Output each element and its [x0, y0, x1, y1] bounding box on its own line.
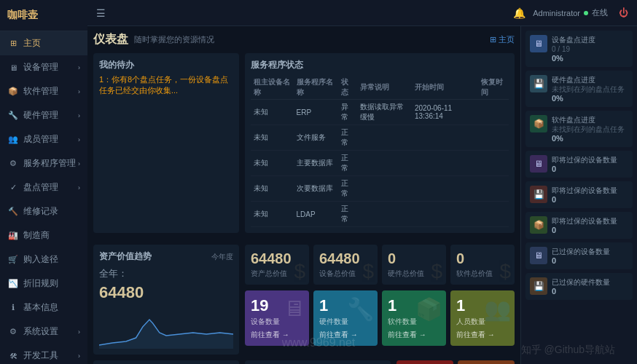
- count-bg-icon: 👥: [484, 296, 511, 322]
- service-cell: [357, 125, 412, 151]
- service-cell: 2020-06-11 13:36:14: [412, 100, 478, 125]
- count-link[interactable]: 前往查看 →: [251, 330, 303, 340]
- right-panel-value: 0%: [552, 54, 628, 63]
- asset-total-value: 64480: [99, 283, 233, 302]
- user-name: Administrator: [533, 9, 580, 17]
- main-area: ☰ 🔔 Administrator 在线 ⏻ 仪表盘 随时掌握您的资源情况: [87, 0, 637, 364]
- count-link[interactable]: 前往查看 →: [319, 330, 372, 340]
- right-panel-value: 0: [552, 256, 628, 265]
- service-table-row: 未知ERP异常数据读取异常缓慢2020-06-11 13:36:14: [251, 100, 509, 125]
- pending-title: 我的待办: [99, 59, 233, 71]
- sidebar-item-device-mgmt[interactable]: 🖥 设备管理 ›: [0, 55, 87, 79]
- right-panel-sub: 未找到在列的盘点任务: [552, 84, 628, 94]
- right-panel-item-6: 🖥 已过保的设备数量 0: [525, 242, 633, 269]
- sidebar-icon-sys-settings: ⚙: [7, 326, 19, 338]
- right-panel-text-0: 设备盘点进度 0 / 19 0%: [552, 35, 628, 63]
- service-cell: [412, 202, 478, 227]
- right-panel-sub: 0 / 19: [552, 44, 628, 54]
- stat-card-1: 64480 设备总价值 $: [313, 245, 378, 285]
- right-panel-item-3: 🖥 即将过保的设备数量 0: [525, 151, 633, 178]
- count-link[interactable]: 前往查看 →: [388, 330, 440, 340]
- sidebar-label-manufacture: 制造商: [23, 229, 50, 242]
- service-cell: 未知: [251, 151, 294, 176]
- chevron-icon: ›: [78, 88, 80, 95]
- service-cell: [412, 176, 478, 202]
- service-cell: [412, 151, 478, 176]
- sidebar-icon-procurement: 🛒: [7, 254, 19, 266]
- sidebar-item-checkpoint[interactable]: ✓ 盘点管理 ›: [0, 175, 87, 199]
- asset-year-label[interactable]: 今年度: [211, 252, 233, 262]
- sidebar-menu: ⊞ 主页 🖥 设备管理 ›📦 软件管理 ›🔧 硬件管理 ›👥 成员管理 ›⚙ 服…: [0, 31, 87, 364]
- service-cell: [478, 100, 509, 125]
- right-panel-item-4: 💾 即将过保的设备数量 0: [525, 181, 633, 208]
- service-cell: 文件服务: [294, 125, 339, 151]
- asset-trend-card: 资产价值趋势 今年度 全年： 64480: [93, 245, 239, 355]
- stat-bg-icon: $: [499, 260, 511, 283]
- sidebar-item-hardware-mgmt[interactable]: 🔧 硬件管理 ›: [0, 103, 87, 127]
- sidebar-label-member-mgmt: 成员管理: [23, 133, 58, 146]
- sidebar-item-maintenance[interactable]: 🔨 维修记录: [0, 199, 87, 223]
- sidebar-label-hardware-mgmt: 硬件管理: [23, 109, 58, 122]
- right-panel-icon-3: 🖥: [530, 155, 547, 173]
- sidebar-item-basic-info[interactable]: ℹ 基本信息: [0, 296, 87, 320]
- asset-trend-header: 资产价值趋势 今年度: [99, 250, 233, 263]
- service-table-row: 未知文件服务正常: [251, 125, 509, 151]
- sidebar-item-sys-settings[interactable]: ⚙ 系统设置 ›: [0, 320, 87, 344]
- sidebar-label-deprecation: 折旧规则: [23, 277, 58, 290]
- sidebar-item-manufacture[interactable]: 🏭 制造商: [0, 223, 87, 248]
- sidebar-item-member-mgmt[interactable]: 👥 成员管理 ›: [0, 127, 87, 151]
- right-panel-title: 软件盘点进度: [552, 115, 628, 124]
- sidebar-item-home[interactable]: ⊞ 主页: [0, 31, 87, 55]
- power-icon[interactable]: ⏻: [619, 7, 628, 18]
- page-home-link[interactable]: ⊞ 主页: [490, 34, 515, 45]
- bell-icon[interactable]: 🔔: [513, 7, 525, 19]
- right-panel-icon-7: 💾: [530, 277, 547, 295]
- service-cell: [357, 176, 412, 202]
- service-cell: 未知: [251, 202, 294, 227]
- service-col-header: 异常说明: [357, 76, 412, 100]
- service-cell: 未知: [251, 100, 294, 125]
- sidebar-label-basic-info: 基本信息: [23, 301, 58, 314]
- count-link[interactable]: 前往查看 →: [456, 330, 509, 340]
- right-panel-title: 已过保的硬件数量: [552, 277, 628, 287]
- sidebar-label-checkpoint: 盘点管理: [23, 181, 58, 194]
- chevron-icon: ›: [78, 352, 80, 360]
- sidebar-item-procurement[interactable]: 🛒 购入途径: [0, 248, 87, 272]
- sidebar-icon-hardware-mgmt: 🔧: [7, 110, 19, 122]
- topbar: ☰ 🔔 Administrator 在线 ⏻: [87, 0, 637, 26]
- right-panel-icon-6: 🖥: [530, 247, 547, 264]
- stats-counts-area: 64480 资产总价值 $64480 设备总价值 $0 硬件总价值 $0 软件总…: [245, 245, 515, 355]
- sidebar-item-deprecation[interactable]: 📉 折旧规则: [0, 272, 87, 296]
- right-panel-value: 0: [552, 226, 628, 234]
- menu-icon[interactable]: ☰: [96, 7, 106, 19]
- sidebar-item-software-mgmt[interactable]: 📦 软件管理 ›: [0, 79, 87, 103]
- pending-item: 1：你有8个盘点任务，一份设备盘点任务已经交由你收集...: [99, 74, 233, 96]
- right-panel-text-7: 已过保的硬件数量 0: [552, 277, 628, 296]
- sidebar-icon-dev-tools: 🛠: [7, 350, 19, 362]
- service-table: 租主设备名称服务程序名称状态异常说明开始时间恢复时间 未知ERP异常数据读取异常…: [251, 76, 509, 227]
- right-panel: 🖥 设备盘点进度 0 / 19 0% 💾 硬件盘点进度 未找到在列的盘点任务 0…: [520, 26, 637, 364]
- service-cell: 未知: [251, 176, 294, 202]
- count-card-2: 1 软件数量 前往查看 → 📦: [382, 290, 446, 346]
- dashboard: 仪表盘 随时掌握您的资源情况 ⊞ 主页 我的待办 1：你有8个盘点任务，一份设备…: [87, 26, 520, 364]
- service-col-header: 服务程序名称: [294, 76, 339, 100]
- count-bg-icon: 🖥: [284, 296, 305, 321]
- sidebar-item-service-mgmt[interactable]: ⚙ 服务程序管理 ›: [0, 151, 87, 175]
- sidebar-label-maintenance: 维修记录: [23, 205, 58, 218]
- service-cell: 异常: [338, 100, 357, 125]
- right-panel-title: 设备盘点进度: [552, 35, 628, 44]
- right-panel-value: 0%: [552, 94, 628, 103]
- sidebar-icon-basic-info: ℹ: [7, 302, 19, 314]
- sidebar-icon-manufacture: 🏭: [7, 230, 19, 242]
- chevron-icon: ›: [78, 136, 80, 143]
- sidebar-label-service-mgmt: 服务程序管理: [23, 157, 76, 170]
- service-cell: 数据读取异常缓慢: [357, 100, 412, 125]
- service-cell: 正常: [338, 202, 357, 227]
- right-panel-text-5: 即将过保的设备数量 0: [552, 216, 628, 234]
- sidebar-icon-service-mgmt: ⚙: [7, 158, 19, 170]
- sidebar-item-dev-tools[interactable]: 🛠 开发工具 ›: [0, 344, 87, 364]
- page-header: 仪表盘 随时掌握您的资源情况 ⊞ 主页: [93, 32, 515, 47]
- right-panel-item-1: 💾 硬件盘点进度 未找到在列的盘点任务 0%: [525, 71, 633, 107]
- user-status-dot: [584, 11, 588, 15]
- sidebar-icon-software-mgmt: 📦: [7, 86, 19, 98]
